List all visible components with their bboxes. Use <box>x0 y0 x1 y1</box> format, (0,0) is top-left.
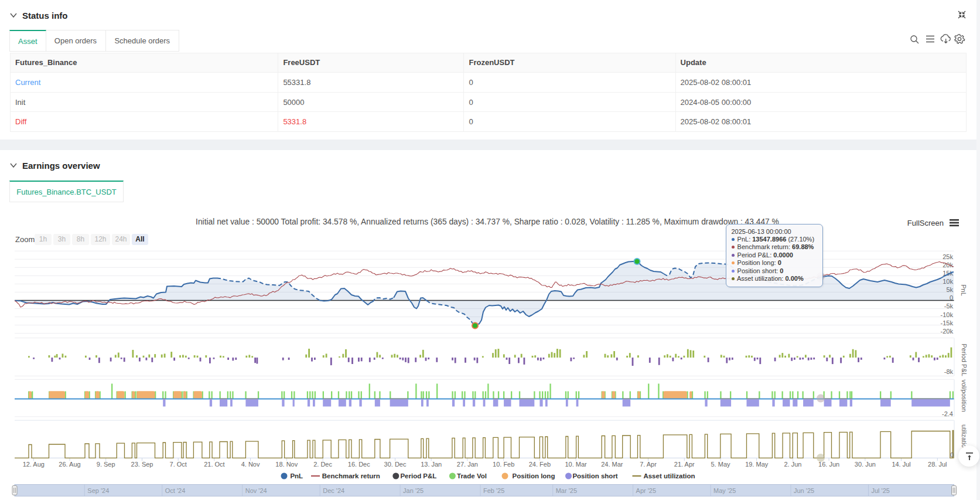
svg-text:Position long: Position long <box>513 472 555 479</box>
svg-text:16. Dec: 16. Dec <box>348 461 370 468</box>
svg-text:Oct '24: Oct '24 <box>165 487 186 494</box>
svg-text:21. Oct: 21. Oct <box>204 461 224 468</box>
svg-text:Jan '25: Jan '25 <box>403 487 424 494</box>
svg-text:30. Jun: 30. Jun <box>855 461 876 468</box>
svg-text:23. Sep: 23. Sep <box>131 461 153 468</box>
svg-text:4. Nov: 4. Nov <box>241 461 260 468</box>
svg-text:7. Oct: 7. Oct <box>170 461 187 468</box>
svg-text:Benchmark return: Benchmark return <box>322 472 380 479</box>
svg-text:-15k: -15k <box>941 319 954 326</box>
svg-text:Dec '24: Dec '24 <box>323 487 344 494</box>
svg-text:PnL: PnL <box>290 472 303 479</box>
svg-text:Nov '24: Nov '24 <box>245 487 267 494</box>
svg-text:30. Dec: 30. Dec <box>384 461 407 468</box>
svg-text:7. Apr: 7. Apr <box>640 461 657 468</box>
svg-text:Jun '25: Jun '25 <box>794 487 814 494</box>
svg-text:PnL: PnL <box>960 284 967 296</box>
svg-text:24. Mar: 24. Mar <box>601 461 623 468</box>
svg-text:10. Mar: 10. Mar <box>565 461 587 468</box>
svg-text:13. Jan: 13. Jan <box>421 461 442 468</box>
svg-text:24. Feb: 24. Feb <box>529 461 551 468</box>
svg-text:Trade Vol: Trade Vol <box>457 472 487 479</box>
svg-text:2. Jun: 2. Jun <box>784 461 801 468</box>
svg-text:27. Jan: 27. Jan <box>457 461 478 468</box>
svg-text:-5k: -5k <box>944 302 954 309</box>
svg-text:19. May: 19. May <box>745 461 769 468</box>
svg-text:0: 0 <box>950 451 954 458</box>
svg-text:Sep '24: Sep '24 <box>87 487 109 494</box>
svg-text:16. Jun: 16. Jun <box>818 461 839 468</box>
svg-text:26. Aug: 26. Aug <box>59 461 80 468</box>
svg-text:Apr '25: Apr '25 <box>636 487 657 494</box>
svg-text:2. Dec: 2. Dec <box>313 461 332 468</box>
svg-text:18. Nov: 18. Nov <box>275 461 298 468</box>
svg-text:28. Jul: 28. Jul <box>928 461 947 468</box>
svg-text:Jul '25: Jul '25 <box>872 487 890 494</box>
svg-text:25k: 25k <box>943 253 953 260</box>
svg-text:Period P&L: Period P&L <box>961 343 968 376</box>
svg-text:May '25: May '25 <box>713 487 736 494</box>
svg-text:-2.4: -2.4 <box>942 410 953 417</box>
svg-text:10. Feb: 10. Feb <box>493 461 514 468</box>
svg-text:5. May: 5. May <box>711 461 730 468</box>
svg-text:-20k: -20k <box>941 328 954 335</box>
svg-text:vol/position: vol/position <box>961 379 968 411</box>
svg-text:14. Jul: 14. Jul <box>892 461 910 468</box>
svg-text:21. Apr: 21. Apr <box>674 461 695 468</box>
svg-text:-10k: -10k <box>941 311 954 318</box>
svg-text:Period P&L: Period P&L <box>400 472 436 479</box>
svg-text:Feb '25: Feb '25 <box>483 487 504 494</box>
svg-text:12. Aug: 12. Aug <box>23 461 45 468</box>
svg-text:Position short: Position short <box>572 472 617 479</box>
svg-text:Asset utilization: Asset utilization <box>643 472 695 479</box>
svg-text:Mar '25: Mar '25 <box>556 487 577 494</box>
svg-text:9. Sep: 9. Sep <box>97 461 115 468</box>
svg-text:-8k: -8k <box>944 368 954 375</box>
